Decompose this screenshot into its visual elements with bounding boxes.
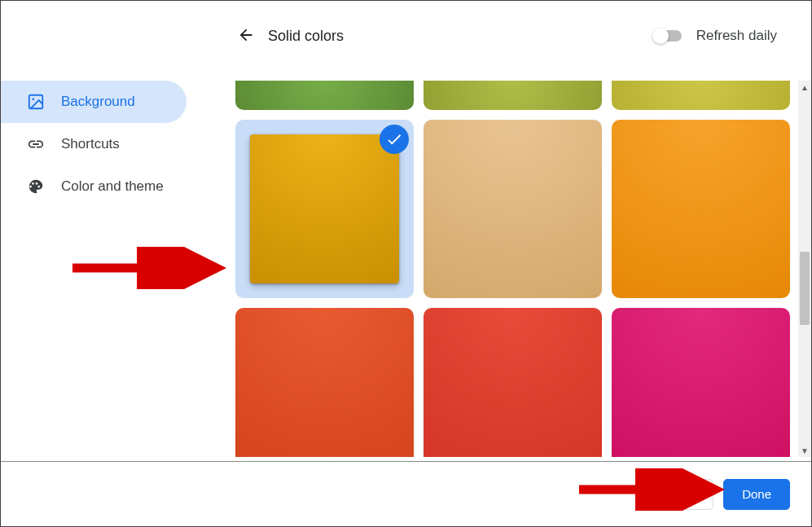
link-icon [27, 135, 45, 153]
color-tile[interactable] [235, 81, 414, 110]
checkmark-icon [380, 125, 409, 154]
palette-icon [27, 178, 45, 195]
sidebar: Background Shortcuts Color and theme [9, 81, 213, 208]
page-title: Solid colors [268, 28, 344, 45]
color-tile-selected[interactable] [235, 120, 414, 298]
color-tile[interactable] [612, 120, 790, 298]
scroll-down-icon[interactable]: ▼ [798, 444, 811, 457]
done-button[interactable]: Done [723, 479, 790, 510]
color-tile[interactable] [235, 308, 414, 457]
color-tile[interactable] [424, 308, 602, 457]
annotation-arrow [64, 247, 235, 289]
color-tile[interactable] [424, 120, 602, 298]
sidebar-item-shortcuts[interactable]: Shortcuts [9, 123, 213, 165]
scrollbar[interactable]: ▲ ▼ [798, 81, 811, 457]
color-grid-scroll-area [235, 81, 801, 457]
arrow-left-icon [237, 26, 255, 46]
scrollbar-thumb[interactable] [800, 252, 810, 325]
image-icon [27, 93, 45, 111]
back-button[interactable] [234, 24, 258, 48]
color-tile[interactable] [612, 308, 790, 457]
toggle-track [654, 30, 682, 42]
sidebar-item-background[interactable]: Background [1, 81, 187, 123]
toggle-label: Refresh daily [696, 28, 777, 44]
dialog-header: Solid colors Refresh daily [1, 1, 811, 63]
sidebar-item-label: Shortcuts [61, 136, 120, 152]
color-tile[interactable] [612, 81, 790, 110]
scroll-up-icon[interactable]: ▲ [798, 81, 811, 94]
cancel-button[interactable]: Cancel [638, 479, 713, 510]
svg-point-1 [32, 98, 34, 100]
sidebar-item-label: Background [61, 94, 135, 110]
sidebar-item-label: Color and theme [61, 178, 164, 195]
color-tile[interactable] [424, 81, 602, 110]
sidebar-item-color-theme[interactable]: Color and theme [9, 165, 213, 208]
toggle-knob [652, 28, 669, 44]
dialog-footer: Cancel Done [1, 461, 811, 526]
refresh-daily-toggle[interactable]: Refresh daily [654, 28, 777, 44]
